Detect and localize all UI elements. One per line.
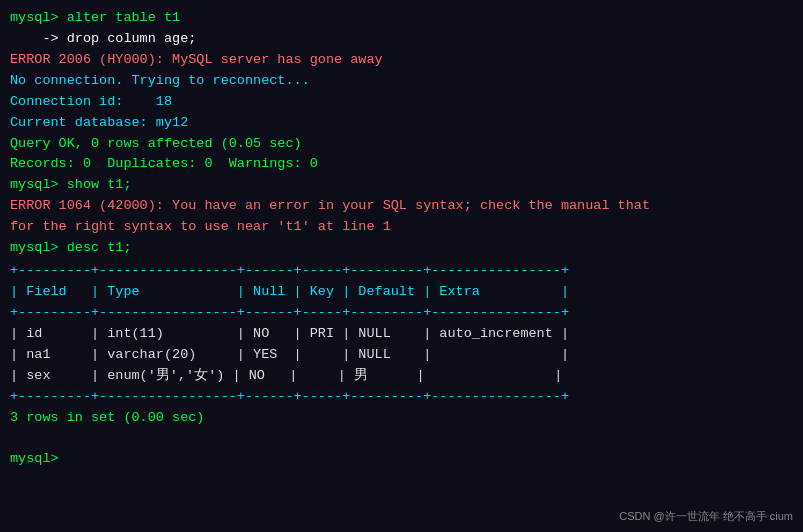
line-12: ERROR 1064 (42000): You have an error in… <box>10 196 793 217</box>
line-14: mysql> desc t1; <box>10 238 793 259</box>
line-3: ERROR 2006 (HY000): MySQL server has gon… <box>10 50 793 71</box>
table-row-2: | na1 | varchar(20) | YES | | NULL | | <box>10 345 793 366</box>
table-divider-bot: +---------+-----------------+------+----… <box>10 387 793 408</box>
table-divider-top: +---------+-----------------+------+----… <box>10 261 793 282</box>
terminal-window: mysql> alter table t1 -> drop column age… <box>0 0 803 532</box>
table-row-3: | sex | enum('男','女') | NO | | 男 | | <box>10 366 793 387</box>
final-prompt[interactable]: mysql> <box>10 449 793 470</box>
line-1: mysql> alter table t1 <box>10 8 793 29</box>
line-5: Connection id: 18 <box>10 92 793 113</box>
blank-line <box>10 428 793 449</box>
table-header: | Field | Type | Null | Key | Default | … <box>10 282 793 303</box>
table-section: +---------+-----------------+------+----… <box>10 261 793 428</box>
line-6: Current database: my12 <box>10 113 793 134</box>
watermark: CSDN @许一世流年 绝不高手 cium <box>619 509 793 524</box>
table-divider-mid: +---------+-----------------+------+----… <box>10 303 793 324</box>
line-9: Records: 0 Duplicates: 0 Warnings: 0 <box>10 154 793 175</box>
line-13: for the right syntax to use near 't1' at… <box>10 217 793 238</box>
line-11: mysql> show t1; <box>10 175 793 196</box>
table-footer: 3 rows in set (0.00 sec) <box>10 408 793 429</box>
line-2: -> drop column age; <box>10 29 793 50</box>
line-8: Query OK, 0 rows affected (0.05 sec) <box>10 134 793 155</box>
table-row-1: | id | int(11) | NO | PRI | NULL | auto_… <box>10 324 793 345</box>
line-4: No connection. Trying to reconnect... <box>10 71 793 92</box>
